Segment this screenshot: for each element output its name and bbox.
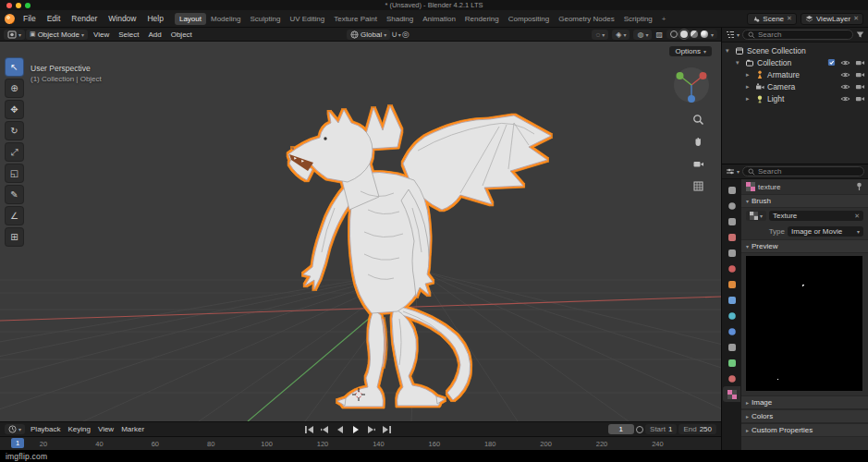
zoom-window-button[interactable] [25,3,31,8]
section-preview[interactable]: ▾Preview [741,239,868,253]
render-visibility-toggle[interactable] [855,95,865,103]
snap-dropdown[interactable]: ▾ [398,31,401,38]
world-tab[interactable] [723,261,740,276]
transform-orientation-dropdown[interactable]: Global ▾ [347,30,390,40]
workspace-tab-modeling[interactable]: Modeling [206,13,245,25]
menu-help[interactable]: Help [141,13,168,24]
workspace-tab-sculpting[interactable]: Sculpting [245,13,285,25]
play-button[interactable] [348,425,363,434]
viewport-menu-select[interactable]: Select [114,30,143,40]
texture-browse-dropdown[interactable]: ▾ [746,211,766,221]
tool-tab[interactable] [723,182,740,198]
timeline-menu-keying[interactable]: Keying [64,424,93,434]
xray-toggle[interactable]: ▨ [655,30,663,39]
minimize-window-button[interactable] [16,3,21,8]
zoom-icon[interactable] [691,112,705,127]
material-tab[interactable] [723,371,740,386]
section-custom-properties[interactable]: ▸Custom Properties [741,423,868,437]
shading-wireframe-icon[interactable] [670,30,678,38]
cursor-tool[interactable]: ⊕ [5,79,24,98]
texture-preview-image[interactable] [746,256,862,391]
proportional-editing-icon[interactable]: ◎ [402,30,410,39]
model-dragon-creature[interactable] [288,106,551,407]
ortho-grid-icon[interactable] [691,178,705,193]
timeline-ruler[interactable]: 1 20406080100120140160180200220240 [0,436,721,450]
object-data-tab[interactable] [723,355,740,371]
shading-solid-icon[interactable] [680,30,688,38]
hide-eye-toggle[interactable] [840,83,850,91]
expand-caret[interactable]: ▾ [726,47,732,55]
physics-tab[interactable] [723,323,740,339]
scene-tab[interactable] [723,245,740,261]
outliner-row-camera[interactable]: ▸Camera [722,80,868,92]
measure-tool[interactable]: ∠ [5,206,24,225]
modifiers-tab[interactable] [723,292,740,308]
mode-selector[interactable]: ▣ Object Mode ▾ [26,30,88,40]
timeline-menu-marker[interactable]: Marker [117,424,148,434]
menu-window[interactable]: Window [103,13,141,24]
workspace-tab-scripting[interactable]: Scripting [619,13,657,25]
viewport-3d[interactable]: ↖⊕✥↻⤢◱✎∠⊞ User Perspective (1) Collectio… [0,42,721,421]
filter-icon[interactable] [856,30,864,39]
render-visibility-toggle[interactable] [855,83,865,91]
expand-caret[interactable]: ▸ [746,95,752,103]
hide-eye-toggle[interactable] [840,95,850,103]
shading-material-icon[interactable] [691,30,698,38]
workspace-tab-uv-editing[interactable]: UV Editing [285,13,329,25]
unlink-scene-icon[interactable]: ✕ [787,15,792,22]
expand-caret[interactable]: ▸ [746,71,752,79]
render-visibility-toggle[interactable] [855,71,865,79]
texture-type-dropdown[interactable]: Image or Movie ▾ [788,226,863,237]
properties-search-input[interactable]: Search [742,166,864,176]
unlink-texture-icon[interactable]: ✕ [854,213,860,220]
auto-keying-icon[interactable] [636,426,643,433]
scene-selector[interactable]: Scene ✕ [747,13,797,25]
timeline-editor-selector[interactable]: ▾ [5,424,25,434]
workspace-tab-texture-paint[interactable]: Texture Paint [329,13,382,25]
workspace-tab-compositing[interactable]: Compositing [504,13,554,25]
workspace-tab-animation[interactable]: Animation [418,13,460,25]
snap-magnet-icon[interactable]: ∪ [391,30,397,39]
current-frame-field[interactable]: 1 [608,424,634,434]
hide-eye-toggle[interactable] [840,59,850,67]
texture-tab[interactable] [723,386,740,402]
outliner-search-input[interactable]: Search [742,30,853,40]
expand-caret[interactable]: ▸ [746,83,752,91]
menu-render[interactable]: Render [66,13,103,24]
add-workspace-button[interactable]: + [657,13,671,25]
workspace-tab-rendering[interactable]: Rendering [460,13,504,25]
object-tab[interactable] [723,276,740,292]
transform-tool[interactable]: ◱ [5,164,24,183]
texture-name-field[interactable]: Texture ✕ [769,211,863,221]
timeline-menu-playback[interactable]: Playback [27,424,64,434]
add-cube-tool[interactable]: ⊞ [5,227,24,247]
next-keyframe-button[interactable] [364,425,379,434]
shading-rendered-icon[interactable] [701,30,708,38]
annotate-tool[interactable]: ✎ [5,185,24,204]
workspace-tab-layout[interactable]: Layout [175,13,206,25]
outliner-row-light[interactable]: ▸Light [722,92,868,104]
pan-hand-icon[interactable] [691,134,705,149]
rotate-tool[interactable]: ↻ [5,121,24,140]
prev-keyframe-button[interactable] [317,425,332,434]
jump-to-start-button[interactable] [301,425,316,434]
remove-viewlayer-icon[interactable]: ✕ [853,15,859,22]
render-tab[interactable] [723,198,740,213]
workspace-tab-geometry-nodes[interactable]: Geometry Nodes [554,13,618,25]
play-reverse-button[interactable] [333,425,348,434]
viewport-menu-object[interactable]: Object [166,30,197,40]
show-overlays-toggle[interactable]: ◍▾ [633,30,652,40]
outliner-editor-selector[interactable]: ▾ [726,30,740,39]
show-gizmos-toggle[interactable]: ◈▾ [612,30,630,40]
section-image[interactable]: ▸Image [741,395,868,409]
exclude-checkbox[interactable] [827,58,836,67]
navigation-gizmo[interactable] [673,66,710,106]
frame-start-field[interactable]: Start 1 [645,424,677,434]
viewlayer-selector[interactable]: ViewLayer ✕ [801,13,863,25]
menu-file[interactable]: File [18,13,42,24]
outliner-row-collection[interactable]: ▾Collection [722,56,868,68]
jump-to-end-button[interactable] [380,425,395,434]
titlebar[interactable]: * (Unsaved) - Blender 4.2.1 LTS [0,0,868,10]
view-layer-tab[interactable] [723,229,740,245]
options-dropdown[interactable]: Options▾ [669,46,712,56]
